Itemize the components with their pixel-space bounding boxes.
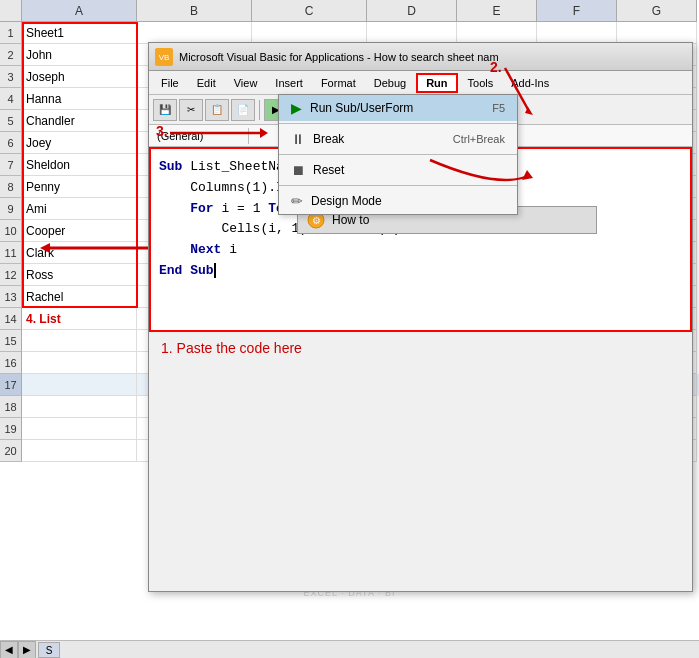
cell-a15[interactable] — [22, 330, 137, 352]
paste-code-label: 1. Paste the code here — [149, 332, 692, 364]
toolbar-cut-btn[interactable]: ✂ — [179, 99, 203, 121]
row-num-8: 8 — [0, 176, 22, 198]
row-num-4: 4 — [0, 88, 22, 110]
svg-text:⚙: ⚙ — [312, 215, 321, 226]
menu-debug[interactable]: Debug — [366, 75, 414, 91]
menu-file[interactable]: File — [153, 75, 187, 91]
toolbar-save-btn[interactable]: 💾 — [153, 99, 177, 121]
menu-tools[interactable]: Tools — [460, 75, 502, 91]
menu-addins[interactable]: Add-Ins — [503, 75, 557, 91]
corner-cell — [0, 0, 22, 22]
cell-a3[interactable]: Joseph — [22, 66, 137, 88]
cell-e1[interactable] — [457, 22, 537, 44]
run-play-icon: ▶ — [291, 100, 302, 116]
menu-edit[interactable]: Edit — [189, 75, 224, 91]
cell-g1[interactable] — [617, 22, 697, 44]
sheet-tab[interactable]: S — [38, 642, 60, 658]
module-dropdown-general[interactable]: (General) — [149, 128, 249, 144]
design-icon: ✏ — [291, 193, 303, 209]
cell-a12[interactable]: Ross — [22, 264, 137, 286]
col-header-d[interactable]: D — [367, 0, 457, 22]
cell-a11[interactable]: Clark — [22, 242, 137, 264]
cell-a14[interactable]: 4. List — [22, 308, 137, 330]
menu-run[interactable]: Run — [416, 73, 457, 93]
how-to-label: How to — [332, 213, 369, 227]
cell-a1[interactable]: Sheet1 — [22, 22, 137, 44]
row-num-1: 1 — [0, 22, 22, 44]
vba-title-bar: VB Microsoft Visual Basic for Applicatio… — [149, 43, 692, 71]
vba-app-icon: VB — [155, 48, 173, 66]
col-header-g[interactable]: G — [617, 0, 697, 22]
row-num-5: 5 — [0, 110, 22, 132]
row-num-10: 10 — [0, 220, 22, 242]
menu-format[interactable]: Format — [313, 75, 364, 91]
run-sub-userform-item[interactable]: ▶ Run Sub/UserForm F5 — [279, 95, 517, 121]
cell-a5[interactable]: Chandler — [22, 110, 137, 132]
cell-f1[interactable] — [537, 22, 617, 44]
table-row: 1 Sheet1 — [0, 22, 699, 44]
vba-menubar: File Edit View Insert Format Debug Run T… — [149, 71, 692, 95]
code-line-6: End Sub — [159, 261, 682, 282]
row-num-7: 7 — [0, 154, 22, 176]
col-header-b[interactable]: B — [137, 0, 252, 22]
row-num-17: 17 — [0, 374, 22, 396]
scroll-left-arrow[interactable]: ◀ — [0, 641, 18, 659]
row-num-15: 15 — [0, 330, 22, 352]
toolbar-separator — [259, 100, 260, 120]
cell-a9[interactable]: Ami — [22, 198, 137, 220]
row-num-14: 14 — [0, 308, 22, 330]
col-header-e[interactable]: E — [457, 0, 537, 22]
cell-a6[interactable]: Joey — [22, 132, 137, 154]
row-num-19: 19 — [0, 418, 22, 440]
col-header-f[interactable]: F — [537, 0, 617, 22]
break-shortcut: Ctrl+Break — [453, 133, 505, 145]
design-mode-item[interactable]: ✏ Design Mode — [279, 188, 517, 214]
run-sub-label: Run Sub/UserForm — [310, 101, 484, 115]
cell-a19[interactable] — [22, 418, 137, 440]
cell-a10[interactable]: Cooper — [22, 220, 137, 242]
toolbar-copy-btn[interactable]: 📋 — [205, 99, 229, 121]
row-num-2: 2 — [0, 44, 22, 66]
cell-b1[interactable] — [137, 22, 252, 44]
reset-icon: ⏹ — [291, 162, 305, 178]
svg-text:VB: VB — [159, 53, 170, 62]
row-num-18: 18 — [0, 396, 22, 418]
run-dropdown-menu: ▶ Run Sub/UserForm F5 ⏸ Break Ctrl+Break… — [278, 94, 518, 215]
break-icon: ⏸ — [291, 131, 305, 147]
column-headers: A B C D E F G — [0, 0, 699, 22]
row-num-12: 12 — [0, 264, 22, 286]
excel-area: A B C D E F G 1 Sheet1 2 John — [0, 0, 699, 658]
cell-a17[interactable] — [22, 374, 137, 396]
break-item[interactable]: ⏸ Break Ctrl+Break — [279, 126, 517, 152]
cell-a20[interactable] — [22, 440, 137, 462]
design-mode-label: Design Mode — [311, 194, 505, 208]
row-num-13: 13 — [0, 286, 22, 308]
cell-a13[interactable]: Rachel — [22, 286, 137, 308]
scroll-right-arrow[interactable]: ▶ — [18, 641, 36, 659]
cell-a2[interactable]: John — [22, 44, 137, 66]
cell-a16[interactable] — [22, 352, 137, 374]
menu-separator-1 — [279, 123, 517, 124]
vba-title-text: Microsoft Visual Basic for Applications … — [179, 51, 686, 63]
menu-view[interactable]: View — [226, 75, 266, 91]
cell-c1[interactable] — [252, 22, 367, 44]
col-header-c[interactable]: C — [252, 0, 367, 22]
cell-a8[interactable]: Penny — [22, 176, 137, 198]
row-num-11: 11 — [0, 242, 22, 264]
row-num-16: 16 — [0, 352, 22, 374]
row-num-3: 3 — [0, 66, 22, 88]
menu-insert[interactable]: Insert — [267, 75, 311, 91]
menu-separator-2 — [279, 154, 517, 155]
cell-a18[interactable] — [22, 396, 137, 418]
toolbar-paste-btn[interactable]: 📄 — [231, 99, 255, 121]
cell-a7[interactable]: Sheldon — [22, 154, 137, 176]
menu-separator-3 — [279, 185, 517, 186]
reset-label: Reset — [313, 163, 505, 177]
cell-d1[interactable] — [367, 22, 457, 44]
cell-a4[interactable]: Hanna — [22, 88, 137, 110]
reset-item[interactable]: ⏹ Reset — [279, 157, 517, 183]
col-header-a[interactable]: A — [22, 0, 137, 22]
bottom-scrollbar[interactable]: ◀ ▶ S — [0, 640, 699, 658]
code-line-5: Next i — [159, 240, 682, 261]
row-num-20: 20 — [0, 440, 22, 462]
